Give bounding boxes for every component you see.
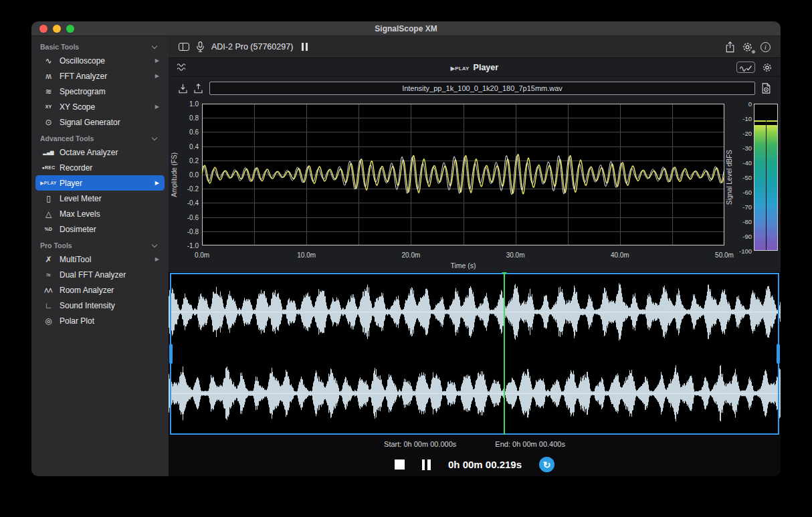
chevron-down-icon [152,134,157,140]
info-icon[interactable]: i [760,42,771,52]
meter-bar [754,104,778,251]
player-header: ▶PLAY Player [169,63,781,72]
app-window: SignalScope XM Basic Tools∿Oscilloscope▶… [31,21,781,476]
selection-start-handle[interactable] [169,344,173,364]
section-header-basic-tools[interactable]: Basic Tools [31,38,169,53]
selection-end-handle[interactable] [777,344,780,364]
minimize-button[interactable] [53,25,61,33]
display-mode-button[interactable] [736,62,755,73]
xy-scope-icon: XY [39,104,58,109]
sidebar-item-polar-plot[interactable]: ◎Polar Plot [35,313,165,328]
section-header-pro-tools[interactable]: Pro Tools [31,237,169,251]
loop-button[interactable]: ↻ [539,457,554,472]
player-settings-gear-icon[interactable] [762,62,773,73]
window-controls [39,25,74,33]
sidebar-item-xy-scope[interactable]: XYXY Scope▶ [35,99,165,114]
yticks-label: 1.0 [189,100,199,108]
section-label: Advanced Tools [40,134,153,142]
sidebar-item-level-meter[interactable]: ▯Level Meter [35,191,165,206]
yticks-label: -0.6 [187,213,199,221]
file-row [169,77,781,100]
waveform-tool-icon[interactable] [177,63,187,72]
sidebar-item-label: MultiTool [60,255,155,264]
submenu-arrow-icon: ▶ [155,180,159,186]
sidebar-item-label: Spectrogram [60,87,161,96]
sidebar-item-signal-generator[interactable]: ⊙Signal Generator [35,114,165,130]
pause-button[interactable] [422,459,431,470]
yticks-label: 0.8 [189,114,199,122]
close-button[interactable] [39,25,47,33]
amplitude-chart: Amplitude (FS) 1.00.80.60.40.20.0-0.2-0.… [169,100,781,272]
xticks-label: 30.0m [506,251,525,259]
sidebar-item-label: Player [60,179,155,188]
sidebar-item-max-levels[interactable]: △Max Levels [35,206,165,221]
xticks-label: 50.0m [715,251,734,259]
file-info-icon[interactable] [762,83,771,94]
selection-range-row: Start: 0h 00m 00.000s End: 0h 00m 00.400… [169,435,781,453]
dual-fft-analyzer-icon: ≈ [39,271,58,279]
sidebar-item-label: XY Scope [60,102,155,112]
sidebar-item-player[interactable]: ▶PLAYPlayer▶ [35,175,165,191]
filename-field[interactable] [209,82,755,95]
submenu-arrow-icon: ▶ [155,256,159,262]
import-file-icon[interactable] [179,84,187,94]
sidebar-toggle-icon [179,43,189,51]
sidebar-item-fft-analyzer[interactable]: ʍFFT Analyzer▶ [35,68,165,84]
sidebar-item-dosimeter[interactable]: %DDosimeter [35,221,165,237]
sidebar-item-sound-intensity[interactable]: ∟Sound Intensity [35,298,165,313]
meter-ticks-label: -60 [742,189,752,196]
submenu-arrow-icon: ▶ [155,58,159,64]
sidebar-item-label: Room Analyzer [60,286,161,295]
window-title: SignalScope XM [31,24,781,33]
yticks-label: 0.0 [189,171,199,179]
section-header-advanced-tools[interactable]: Advanced Tools [31,130,169,144]
playhead-cursor[interactable] [504,273,505,435]
selection-region[interactable] [170,273,779,435]
sidebar-item-label: Oscilloscope [60,56,155,66]
sidebar-toggle-button[interactable] [179,43,189,51]
sidebar-item-room-analyzer[interactable]: ⋀⋀Room Analyzer [35,282,165,298]
xticks-label: 10.0m [297,251,316,259]
polar-plot-icon: ◎ [39,317,58,325]
recorder-icon: ●REC [39,165,58,170]
sidebar-item-spectrogram[interactable]: ≋Spectrogram [35,84,165,99]
sidebar-item-oscilloscope[interactable]: ∿Oscilloscope▶ [35,53,165,68]
xticks-label: 0.0m [195,251,209,259]
device-label[interactable]: ADI-2 Pro (57760297) [211,42,293,51]
amplitude-plot[interactable] [202,104,724,245]
room-analyzer-icon: ⋀⋀ [39,288,58,292]
share-icon[interactable] [726,41,734,53]
loop-icon: ↻ [543,460,551,470]
multitool-icon: ✗ [39,255,58,264]
microphone-icon[interactable] [197,41,204,52]
sidebar-item-multitool[interactable]: ✗MultiTool▶ [35,251,165,267]
sidebar-item-dual-fft-analyzer[interactable]: ≈Dual FFT Analyzer [35,267,165,282]
section-label: Pro Tools [40,241,153,249]
export-file-icon[interactable] [194,84,203,94]
sound-intensity-icon: ∟ [39,302,58,310]
sidebar-item-label: Octave Analyzer [60,148,161,157]
device-pause-button[interactable] [300,43,308,51]
sidebar-item-recorder[interactable]: ●RECRecorder [35,160,165,175]
meter-label: Signal Level dBFS [726,150,733,205]
x-axis-ticks: 0.0m10.0m20.0m30.0m40.0m50.0m [202,251,724,260]
oscilloscope-icon: ∿ [39,57,58,65]
xticks-label: 40.0m [611,251,629,259]
submenu-arrow-icon: ▶ [155,104,159,110]
zoom-button[interactable] [66,25,74,33]
settings-gear-icon[interactable] [742,41,753,53]
octave-analyzer-icon: ▂▄▆ [39,150,58,154]
stop-button[interactable] [395,459,405,470]
meter-ticks-label: 0 [748,100,752,108]
transport-bar: 0h 00m 00.219s ↻ [169,453,781,476]
max-levels-icon: △ [39,210,58,218]
meter-ticks: 0-10-20-30-40-50-60-70-80-90-100 [734,104,754,251]
selection-end-label: End: 0h 00m 00.400s [495,440,565,448]
fft-analyzer-icon: ʍ [39,72,58,80]
waveform-overview[interactable] [169,272,781,435]
selection-start-label: Start: 0h 00m 00.000s [384,440,456,448]
chevron-down-icon [152,43,157,48]
sidebar-item-octave-analyzer[interactable]: ▂▄▆Octave Analyzer [35,144,165,160]
title-bar: SignalScope XM [31,21,781,36]
y-axis-label: Amplitude (FS) [171,152,178,197]
